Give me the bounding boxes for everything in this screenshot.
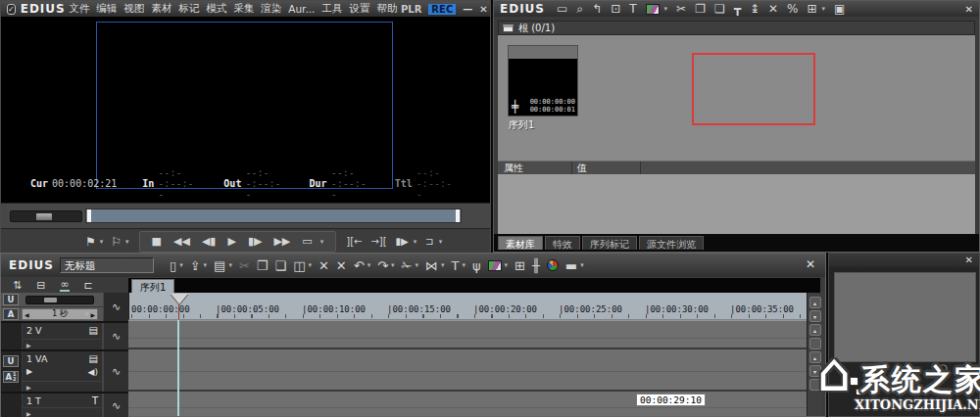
redo-icon[interactable]: ↷ (377, 259, 388, 272)
dropdown-icon[interactable]: ▾ (664, 5, 668, 13)
menu-edit[interactable]: 编辑 (93, 2, 121, 16)
track-wave-icon[interactable]: ∿ (103, 323, 128, 349)
value-column-header[interactable]: 值 (572, 162, 641, 174)
next-frame-icon[interactable]: ▮▶ (248, 236, 263, 247)
audio-mixer-icon[interactable]: ╫ (532, 259, 540, 272)
shuttle-slider[interactable] (10, 210, 82, 222)
add-to-timeline-icon[interactable]: ↨ (750, 3, 760, 15)
pin-icon[interactable]: ┳ (734, 3, 741, 15)
sync-mode-icon[interactable]: ⇅ (13, 280, 22, 291)
expand-track-button[interactable]: ▴ (809, 351, 821, 363)
timeline-zoom-slider[interactable] (25, 296, 94, 304)
menu-marker[interactable]: 标记 (175, 2, 203, 16)
bin-content[interactable]: ╪ 00:00:00:00 00:00:00:01 序列1 (498, 35, 975, 161)
capture-icon[interactable]: ⊡ (611, 3, 620, 15)
tab-sequence-marker[interactable]: 序列标记 (582, 236, 637, 250)
add-cut-point-icon[interactable]: ✁ (402, 259, 413, 272)
time-scale-selector[interactable]: ◀ 1 秒 ▾ ▶ (22, 308, 98, 320)
close-button[interactable]: ✕ (965, 255, 973, 265)
search-icon[interactable]: ⌕ (576, 3, 583, 15)
dropdown-icon[interactable]: ▾ (414, 238, 417, 246)
position-bar[interactable] (85, 208, 462, 223)
menu-tools[interactable]: 工具 (318, 2, 346, 16)
create-title-icon[interactable]: T (452, 259, 460, 272)
close-button[interactable]: ✕ (965, 4, 973, 15)
add-transition-icon[interactable]: ◫ (293, 259, 305, 272)
track-label[interactable]: 1 VA (26, 353, 86, 364)
tab-source-browser[interactable]: 源文件浏览 (639, 236, 704, 250)
palette-link-icon[interactable]: ❍ (939, 363, 948, 374)
sequence-clip-card[interactable]: ╪ 00:00:00:00 00:00:00:01 (508, 45, 578, 116)
menu-view[interactable]: 视图 (121, 2, 148, 16)
clip-label[interactable]: 序列1 (509, 118, 534, 132)
track-label[interactable]: 2 V (26, 325, 86, 336)
menu-help[interactable]: 帮助 (373, 2, 401, 16)
audio-patch-button[interactable]: A (3, 308, 19, 320)
playhead-line[interactable] (177, 320, 179, 416)
previous-frame-icon[interactable]: ◀▮ (202, 236, 217, 247)
menu-clip[interactable]: 素材 (148, 2, 175, 16)
vectorscope-icon[interactable] (547, 259, 559, 271)
track-header-2v[interactable]: 2 V ▤ ▶ ∿ (1, 321, 128, 349)
menu-capture[interactable]: 采集 (230, 2, 258, 16)
patch-wave-icon[interactable]: ∿ (103, 293, 128, 321)
position-marker-start[interactable] (87, 209, 91, 222)
scroll-up-button[interactable]: ▴ (809, 297, 821, 308)
dropdown-icon[interactable]: ▾ (416, 261, 419, 269)
timeline-ruler[interactable]: 00:00:00:00 |00:00:05:00 |00:00:10:00 |0… (128, 293, 807, 320)
open-project-icon[interactable]: ⇪ (190, 259, 201, 272)
track-expander-icon[interactable]: ▶ (26, 410, 31, 417)
panel-layout-icon[interactable]: ▬ (565, 259, 577, 272)
cut-icon[interactable]: ✂ (239, 259, 250, 272)
up-folder-icon[interactable]: ↰ (592, 3, 602, 15)
new-clip-icon[interactable] (646, 4, 660, 15)
track-wave-icon[interactable]: ∿ (103, 394, 128, 417)
track-header-1va[interactable]: U A12 1 VA ▤ ▶ ◀) ▶ ∿ (1, 349, 128, 392)
track-expander-icon[interactable]: ▶ (26, 384, 31, 391)
track-height-button[interactable] (809, 338, 821, 349)
new-sequence-icon[interactable]: ▯ (170, 259, 176, 272)
expand-track-button[interactable]: ▴ (809, 324, 821, 336)
menu-file[interactable]: 文件 (66, 2, 93, 16)
scale-prev-icon[interactable]: ◀ (23, 311, 31, 318)
sequence-tab[interactable]: 序列1 (131, 279, 174, 293)
dropdown-icon[interactable]: ▾ (463, 261, 466, 269)
stop-icon[interactable]: ■ (152, 236, 162, 247)
track-label[interactable]: 1 T (26, 395, 89, 406)
menu-aur[interactable]: Aur... (285, 3, 318, 15)
delete-gap-icon[interactable]: ✕ (336, 259, 347, 272)
menu-settings[interactable]: 设置 (346, 2, 373, 16)
ratio-icon[interactable]: % (787, 3, 798, 15)
paste-icon[interactable]: ❏ (714, 3, 725, 15)
tab-effects[interactable]: 特效 (545, 236, 580, 250)
dropdown-icon[interactable]: ▾ (822, 5, 826, 13)
ripple-mode-icon[interactable]: ⊟ (36, 280, 45, 291)
play-icon[interactable]: ▶ (227, 236, 235, 247)
copy-icon[interactable]: ❐ (257, 259, 269, 272)
track-wave-icon[interactable]: ∿ (103, 351, 128, 392)
ripple-delete-icon[interactable]: ✕ (318, 259, 329, 272)
video-patch-button[interactable]: U (3, 294, 19, 305)
fast-forward-icon[interactable]: ▶▶ (273, 236, 290, 247)
collapse-track-button[interactable]: ▾ (809, 365, 821, 377)
sequence-settings-icon[interactable]: ⊞ (514, 259, 525, 272)
zoom-slider-handle[interactable] (44, 298, 57, 302)
title-icon[interactable]: T (629, 3, 636, 15)
playhead-handle[interactable] (171, 294, 188, 304)
plr-button[interactable]: PLR (401, 4, 421, 15)
rec-indicator[interactable]: REC (428, 4, 456, 15)
paste-icon[interactable]: ❏ (274, 259, 286, 272)
track-expander-icon[interactable]: ▶ (26, 367, 32, 376)
resize-handle-icon[interactable]: ▬ (901, 364, 907, 372)
close-button[interactable]: ✕ (806, 257, 815, 271)
dropdown-icon[interactable]: ▾ (228, 261, 232, 269)
menu-render[interactable]: 渲染 (258, 2, 285, 16)
close-button[interactable]: ✕ (479, 4, 487, 15)
shuttle-handle[interactable] (36, 213, 52, 220)
copy-icon[interactable]: ❐ (695, 3, 706, 15)
dropdown-icon[interactable]: ▾ (580, 261, 584, 269)
scale-next-icon[interactable]: ▶ (88, 311, 97, 318)
minimize-button[interactable]: — (463, 4, 472, 15)
dropdown-icon[interactable]: ▾ (100, 238, 104, 246)
cursor-to-out-icon[interactable]: →][ (370, 237, 386, 247)
